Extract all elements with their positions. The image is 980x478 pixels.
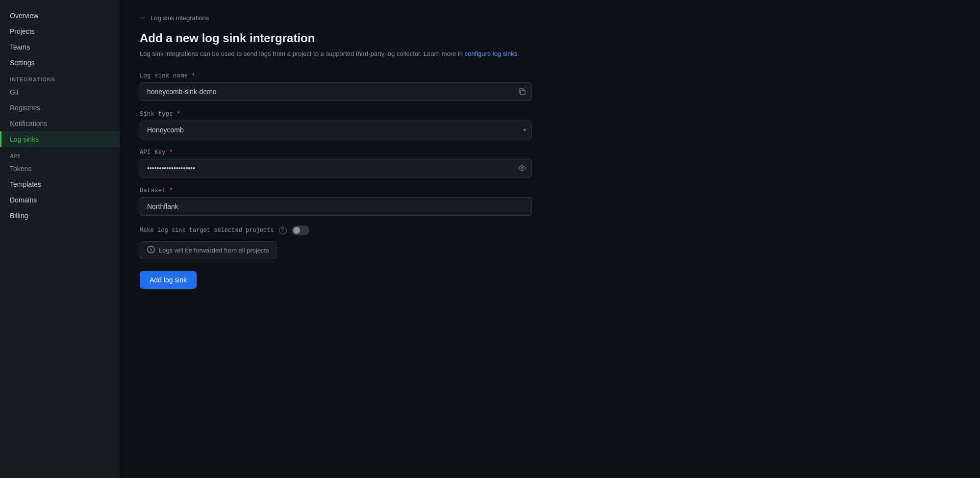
dataset-label: Dataset * bbox=[140, 187, 532, 194]
sidebar: Overview Projects Teams Settings INTEGRA… bbox=[0, 0, 120, 478]
toggle-label: Make log sink target selected projects bbox=[140, 227, 274, 234]
page-description: Log sink integrations can be used to sen… bbox=[140, 49, 960, 59]
sidebar-item-settings[interactable]: Settings bbox=[0, 55, 120, 71]
sidebar-section-integrations: INTEGRATIONS bbox=[0, 71, 120, 84]
toggle-switch[interactable] bbox=[292, 226, 309, 235]
sink-type-group: Sink type * HoneycombDatadogLogtailLogfl… bbox=[140, 111, 532, 139]
breadcrumb-label: Log sink integrations bbox=[151, 14, 209, 22]
sidebar-item-notifications[interactable]: Notifications bbox=[0, 116, 120, 131]
log-sink-name-input-wrapper bbox=[140, 82, 532, 101]
back-arrow-icon: ← bbox=[140, 14, 147, 22]
page-title: Add a new log sink intergration bbox=[140, 31, 960, 45]
sidebar-item-billing[interactable]: Billing bbox=[0, 208, 120, 224]
sidebar-item-registries[interactable]: Registries bbox=[0, 100, 120, 116]
form-section: Log sink name * Sink type * HoneycombDat… bbox=[140, 73, 532, 289]
info-icon bbox=[147, 246, 155, 255]
sidebar-item-domains[interactable]: Domains bbox=[0, 192, 120, 208]
help-icon[interactable]: ? bbox=[279, 226, 287, 234]
api-key-input-wrapper bbox=[140, 159, 532, 177]
submit-group: Add log sink bbox=[140, 271, 532, 289]
sidebar-item-teams[interactable]: Teams bbox=[0, 39, 120, 55]
eye-icon[interactable] bbox=[518, 164, 526, 172]
svg-rect-0 bbox=[521, 90, 525, 95]
sidebar-item-projects[interactable]: Projects bbox=[0, 24, 120, 39]
api-key-label: API Key * bbox=[140, 149, 532, 156]
sink-type-select[interactable]: HoneycombDatadogLogtailLogflare bbox=[140, 121, 532, 139]
toggle-row: Make log sink target selected projects ? bbox=[140, 226, 532, 235]
log-sink-name-label: Log sink name * bbox=[140, 73, 532, 79]
api-key-group: API Key * bbox=[140, 149, 532, 177]
sidebar-item-git[interactable]: Git bbox=[0, 84, 120, 100]
sink-type-select-wrapper: HoneycombDatadogLogtailLogflare ▾ bbox=[140, 121, 532, 139]
add-log-sink-button[interactable]: Add log sink bbox=[140, 271, 197, 289]
sidebar-item-log-sinks[interactable]: Log sinks bbox=[0, 131, 120, 147]
svg-point-1 bbox=[521, 167, 523, 169]
api-key-input[interactable] bbox=[140, 159, 532, 177]
sidebar-item-templates[interactable]: Templates bbox=[0, 176, 120, 192]
sidebar-item-tokens[interactable]: Tokens bbox=[0, 161, 120, 176]
breadcrumb[interactable]: ← Log sink integrations bbox=[140, 14, 960, 22]
sink-type-label: Sink type * bbox=[140, 111, 532, 118]
info-text: Logs will be forwarded from all projects bbox=[159, 247, 269, 254]
sidebar-section-api: API bbox=[0, 147, 120, 161]
log-sink-name-input[interactable] bbox=[140, 82, 532, 101]
copy-icon[interactable] bbox=[518, 88, 526, 96]
sidebar-item-overview[interactable]: Overview bbox=[0, 8, 120, 24]
log-sink-name-group: Log sink name * bbox=[140, 73, 532, 101]
dataset-group: Dataset * bbox=[140, 187, 532, 216]
configure-log-sinks-link[interactable]: configure log sinks. bbox=[465, 50, 519, 57]
main-content: ← Log sink integrations Add a new log si… bbox=[120, 0, 980, 478]
info-box: Logs will be forwarded from all projects bbox=[140, 241, 276, 259]
dataset-input[interactable] bbox=[140, 197, 532, 216]
